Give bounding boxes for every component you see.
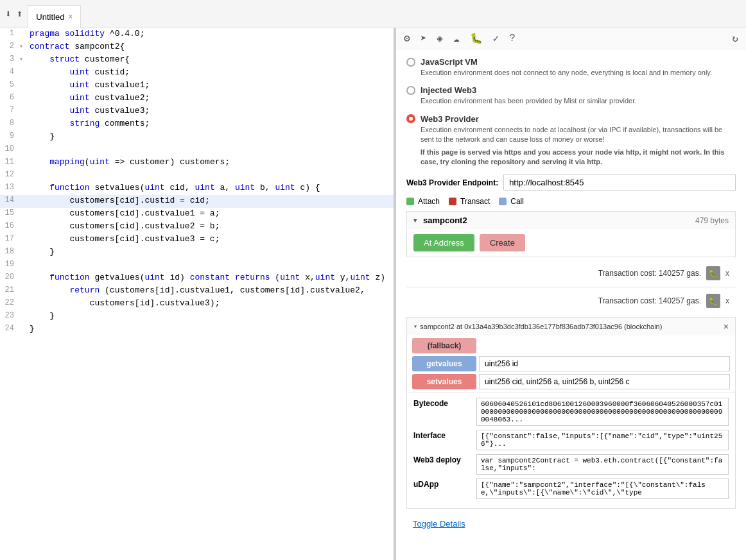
at-address-button[interactable]: At Address bbox=[413, 234, 474, 251]
line-content: pragma solidity ^0.4.0; bbox=[27, 28, 394, 39]
line-content: customers[cid].custvalue2 = b; bbox=[27, 221, 394, 232]
tx-cost-icon-1[interactable]: 🐛 bbox=[706, 266, 720, 280]
interface-label: Interface bbox=[413, 430, 471, 440]
bytecode-value[interactable]: 60606040526101cd8061001260003960000f3606… bbox=[476, 398, 729, 426]
attach-legend-dot bbox=[406, 198, 414, 205]
download-icon[interactable]: ⬇ bbox=[5, 8, 12, 21]
env-javascript-vm-label: JavaScript VM bbox=[421, 57, 478, 67]
udapp-value[interactable]: [{"name":"sampcont2","interface":"[{\"co… bbox=[476, 479, 729, 499]
code-line: 21 return (customers[id].custvalue1, cus… bbox=[0, 285, 394, 298]
deployed-header[interactable]: ▾ sampcont2 at 0x13a4a39b3dc3fdb136e177b… bbox=[407, 318, 735, 335]
env-web3-provider-desc-warning: If this page is served via https and you… bbox=[421, 148, 736, 167]
bug-icon[interactable]: 🐛 bbox=[470, 32, 483, 45]
tx-cost-text-2: Transaction cost: 140257 gas. bbox=[598, 296, 701, 305]
contract-actions: At Address Create bbox=[407, 229, 735, 257]
line-number: 22 bbox=[0, 298, 19, 307]
line-content: return (customers[id].custvalue1, custom… bbox=[27, 285, 394, 296]
line-arrow bbox=[19, 208, 27, 209]
bytecode-row: Bytecode 60606040526101cd806100126000396… bbox=[413, 398, 729, 426]
check-icon[interactable]: ✓ bbox=[493, 32, 499, 45]
line-number: 1 bbox=[0, 28, 19, 38]
line-arrow bbox=[19, 80, 27, 81]
toggle-details-link[interactable]: Toggle Details bbox=[406, 514, 472, 534]
line-number: 12 bbox=[0, 169, 19, 179]
code-line: 19 bbox=[0, 259, 394, 272]
line-arrow bbox=[19, 169, 27, 171]
transact-legend-dot bbox=[449, 198, 456, 205]
line-content: contract sampcont2{ bbox=[27, 41, 394, 52]
line-number: 18 bbox=[0, 246, 19, 256]
contract-header[interactable]: ▾ sampcont2 479 bytes bbox=[407, 212, 735, 229]
line-number: 15 bbox=[0, 208, 19, 217]
line-content: mapping(uint => customer) customers; bbox=[27, 157, 394, 167]
radio-injected-web3[interactable] bbox=[406, 86, 415, 95]
create-button[interactable]: Create bbox=[480, 234, 525, 251]
line-number: 13 bbox=[0, 182, 19, 192]
call-legend-dot bbox=[499, 198, 507, 205]
env-injected-web3-label: Injected Web3 bbox=[421, 85, 476, 95]
main-layout: 1pragma solidity ^0.4.0;2▾contract sampc… bbox=[0, 28, 746, 560]
setvalues-input[interactable] bbox=[479, 374, 730, 389]
line-number: 3 bbox=[0, 54, 19, 64]
web3deploy-label: Web3 deploy bbox=[413, 454, 471, 464]
line-content: struct customer{ bbox=[27, 54, 394, 65]
tab-close-button[interactable]: × bbox=[68, 12, 73, 21]
code-line: 20 function getvalues(uint id) constant … bbox=[0, 272, 394, 285]
getvalues-input[interactable] bbox=[479, 356, 730, 371]
line-content: customers[cid].custvalue3 = c; bbox=[27, 233, 394, 244]
line-arrow bbox=[19, 157, 27, 158]
line-number: 9 bbox=[0, 131, 19, 140]
file-tab[interactable]: Untitled × bbox=[28, 5, 81, 28]
cube-icon[interactable]: ◈ bbox=[437, 32, 443, 45]
udapp-row: uDApp [{"name":"sampcont2","interface":"… bbox=[413, 479, 729, 499]
code-line: 12 bbox=[0, 169, 394, 182]
line-number: 21 bbox=[0, 285, 19, 294]
line-arrow bbox=[19, 272, 27, 273]
radio-javascript-vm[interactable] bbox=[406, 58, 415, 67]
line-number: 4 bbox=[0, 67, 19, 76]
upload-icon[interactable]: ⬆ bbox=[17, 8, 23, 21]
refresh-icon[interactable]: ↻ bbox=[732, 32, 738, 45]
setvalues-button[interactable]: setvalues bbox=[412, 374, 476, 389]
code-editor: 1pragma solidity ^0.4.0;2▾contract sampc… bbox=[0, 28, 396, 560]
getvalues-button[interactable]: getvalues bbox=[412, 356, 476, 371]
tx-cost-row-2: Transaction cost: 140257 gas. 🐛 x bbox=[406, 290, 736, 312]
attach-legend-label: Attach bbox=[418, 197, 440, 206]
interface-value[interactable]: [{"constant":false,"inputs":[{"name":"ci… bbox=[476, 430, 729, 450]
line-content: function setvalues(uint cid, uint a, uin… bbox=[27, 182, 394, 193]
radio-web3-provider[interactable] bbox=[406, 114, 415, 123]
fallback-row: (fallback) bbox=[412, 338, 730, 353]
code-line: 9 } bbox=[0, 131, 394, 144]
code-line: 16 customers[cid].custvalue2 = b; bbox=[0, 221, 394, 233]
env-web3-provider-label: Web3 Provider bbox=[421, 114, 479, 124]
legend-row: Attach Transact Call bbox=[406, 197, 736, 206]
code-line: 23 } bbox=[0, 310, 394, 323]
line-number: 10 bbox=[0, 144, 19, 153]
line-arrow bbox=[19, 92, 27, 94]
tx-cost-icon-2[interactable]: 🐛 bbox=[706, 294, 720, 308]
right-panel: ⚙ ➤ ◈ ☁ 🐛 ✓ ? ↻ JavaScript VM Execution … bbox=[396, 28, 746, 560]
line-number: 7 bbox=[0, 105, 19, 115]
code-line: 18 } bbox=[0, 246, 394, 259]
line-number: 2 bbox=[0, 41, 19, 51]
endpoint-input[interactable] bbox=[503, 174, 736, 191]
code-line: 6 uint custvalue2; bbox=[0, 92, 394, 105]
line-number: 24 bbox=[0, 323, 19, 333]
fallback-button[interactable]: (fallback) bbox=[412, 338, 476, 353]
code-line: 22 customers[id].custvalue3); bbox=[0, 298, 394, 310]
line-arrow bbox=[19, 285, 27, 286]
line-number: 6 bbox=[0, 92, 19, 102]
send-icon[interactable]: ➤ bbox=[421, 32, 427, 45]
settings-icon[interactable]: ⚙ bbox=[404, 32, 410, 45]
help-icon[interactable]: ? bbox=[509, 33, 516, 44]
env-javascript-vm: JavaScript VM Execution environment does… bbox=[406, 57, 736, 78]
web3deploy-value[interactable]: var sampcont2Contract = web3.eth.contrac… bbox=[476, 454, 729, 475]
deployed-close-button[interactable]: × bbox=[724, 321, 729, 332]
run-section: JavaScript VM Execution environment does… bbox=[396, 49, 746, 541]
tx-cost-close-2[interactable]: x bbox=[725, 296, 729, 305]
line-content: string comments; bbox=[27, 118, 394, 129]
interface-row: Interface [{"constant":false,"inputs":[{… bbox=[413, 430, 729, 450]
tx-cost-close-1[interactable]: x bbox=[725, 269, 729, 278]
code-line: 7 uint custvalue3; bbox=[0, 105, 394, 118]
cloud-icon[interactable]: ☁ bbox=[453, 32, 460, 45]
